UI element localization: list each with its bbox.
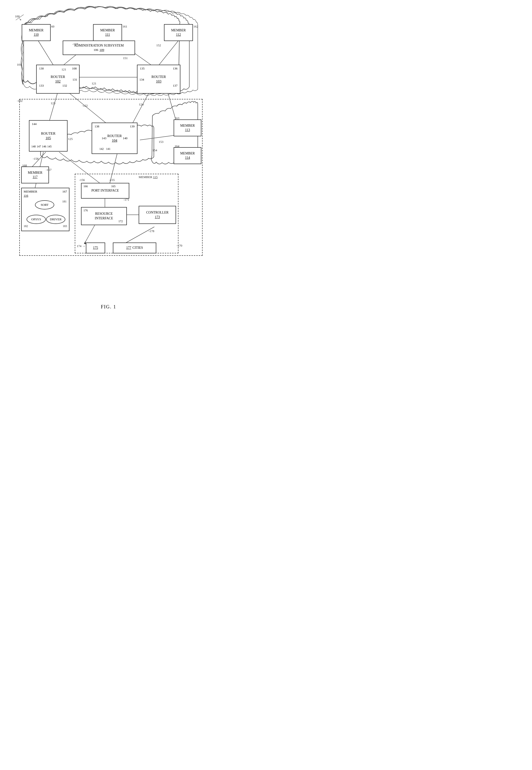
member110-num: 110 [34, 33, 39, 37]
controller-num: 173 [155, 215, 160, 219]
cities-label: CITIES [132, 246, 143, 250]
router103-num: 103 [156, 79, 162, 84]
router104-label: ROUTER [107, 134, 122, 138]
ref-101: 101 [17, 63, 22, 67]
member117-label: MEMBER [28, 171, 42, 175]
ref-121-label: 121 [61, 68, 66, 71]
ref-158: -158 [33, 157, 39, 161]
member111-box: MEMBER 111 [93, 24, 122, 41]
admin-label: ADMINISTRATION SUBSYSTEM [74, 43, 124, 48]
ref-163: 163 [175, 116, 179, 120]
ref-121: 121 [92, 82, 96, 85]
svg-line-2 [159, 41, 178, 65]
controller-box: CONTROLLER 173 [139, 206, 176, 224]
member113-box: MEMBER 113 [174, 119, 201, 136]
resource-interface-label: RESOURCE INTERFACE [95, 212, 113, 220]
member110-label: MEMBER [29, 28, 44, 33]
ref-174: 174 → [77, 244, 85, 248]
sort-ellipse: SORT [35, 200, 54, 209]
ref-122: -122 [82, 104, 88, 108]
member117-box: MEMBER 117 [21, 166, 49, 183]
ref-124: 124 [139, 103, 144, 106]
ref-157: -157 [46, 168, 52, 172]
ref-151: 151 [123, 56, 128, 60]
member111-label: MEMBER [100, 28, 115, 33]
ref-153: 153 [159, 140, 164, 144]
fig-caption: FIG. 1 [0, 304, 217, 309]
cities-box: 177 CITIES [113, 242, 156, 253]
router102-label: ROUTER [51, 75, 65, 79]
router102-num: 102 [55, 79, 61, 84]
member114-label: MEMBER [180, 151, 195, 156]
member113-num: 113 [185, 128, 190, 132]
router104-box: 138 139 143 ROUTER 104 140 142141 [92, 123, 137, 154]
port-interface-label: PORT INTERFACE [91, 188, 119, 193]
svg-line-0 [38, 41, 53, 65]
member110-box: MEMBER 110 [22, 24, 51, 41]
router105-box: 144 ROUTER 105 148147146145 [29, 120, 68, 151]
member117-num: 117 [33, 175, 37, 179]
member116-box: MEMBER 116 167 SORT 181 OPSYS 182 DRIVER… [21, 188, 69, 231]
svg-line-4 [133, 52, 151, 65]
ref-168: 168 [22, 164, 27, 167]
router103-label: ROUTER [151, 75, 166, 79]
member112-num: 112 [176, 33, 181, 37]
router105-label: ROUTER [41, 131, 55, 136]
member111-num: 111 [105, 33, 110, 37]
ref-170: -170 [177, 244, 182, 247]
port-interface-box: 166 165 PORT INTERFACE [81, 183, 129, 199]
admin-sub: 109 [100, 48, 104, 52]
member112-box: MEMBER 112 [164, 24, 193, 41]
ref-123: 123 [51, 101, 55, 105]
ref-125: 125 [68, 137, 73, 141]
box175-num: 175 [93, 246, 98, 250]
ref-152: 152 [156, 43, 161, 47]
ref-164: 164 [175, 144, 179, 148]
ref-162: 162 [193, 25, 198, 28]
ref-107: -107 [72, 42, 78, 46]
resource-interface-box: 176 172 RESOURCE INTERFACE [81, 207, 127, 225]
cities-num: 177 [126, 246, 131, 250]
router103-box: 135 136 ROUTER 103 137 134 [137, 65, 180, 94]
member113-label: MEMBER [180, 123, 195, 128]
ref-161: 161 [123, 25, 127, 28]
member114-num: 114 [185, 156, 190, 160]
ref-154: 154 [152, 148, 157, 152]
router105-num: 105 [46, 136, 51, 141]
ref-100-arrow: ↘ [19, 17, 21, 21]
ref-160: 160 [50, 25, 55, 28]
router104-num: 104 [112, 138, 117, 143]
member112-label: MEMBER [171, 28, 186, 33]
member114-box: MEMBER 114 [174, 147, 201, 164]
driver-ellipse: DRIVER [46, 215, 65, 224]
opsys-ellipse: OPSYS [27, 215, 46, 224]
controller-label: CONTROLLER [146, 210, 169, 215]
admin-num: 106 [94, 48, 98, 52]
ref-171: -171 [123, 198, 129, 202]
box175: 175 [86, 242, 105, 253]
member115-label: MEMBER 115 [139, 175, 158, 179]
router102-box: 130 108 ROUTER 102 133 132 131 [36, 65, 80, 94]
diagram: 100 ↘ 101 -102 MEMBER 110 160 MEMBER 111… [5, 5, 212, 299]
ref-178: -178 [149, 229, 154, 233]
